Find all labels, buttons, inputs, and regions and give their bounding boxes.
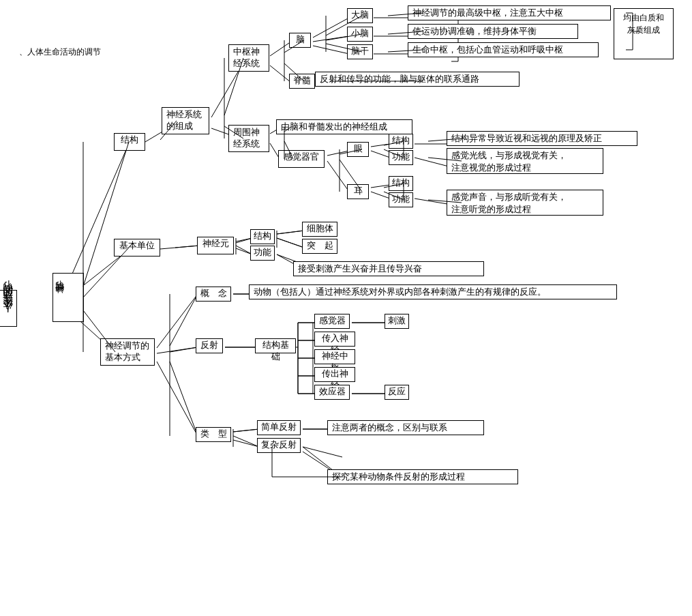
baizhihuizhi-box: 均由白质和灰质组成 — [614, 8, 674, 59]
breadcrumb: 、人体生命活动的调节 — [19, 46, 101, 58]
svg-line-93 — [277, 238, 304, 248]
svg-line-112 — [233, 429, 259, 432]
node-shenjingyuan-gongneng: 功能 — [250, 246, 275, 261]
svg-line-47 — [415, 158, 451, 167]
node-shenjingxitong: 神经系统的组成 — [162, 107, 209, 134]
svg-line-18 — [371, 185, 390, 188]
node-fanying: 反应 — [385, 385, 409, 400]
svg-line-15 — [327, 161, 349, 192]
desc-er-gongneng: 感觉声音，与形成听觉有关，注意听觉的形成过程 — [447, 190, 603, 216]
desc-daqiao: 神经调节的最高级中枢，注意五大中枢 — [408, 5, 611, 20]
page-container: 人体生命活动的调节 、人体生命活动的调节 — [0, 0, 692, 616]
desc-jisui: 反射和传导的功能，脑与躯体的联系通路 — [315, 72, 520, 87]
svg-line-17 — [371, 151, 390, 158]
desc-yan-jiegou: 结构异常导致近视和远视的原理及矫正 — [447, 131, 637, 146]
node-xiaoyingqi: 效应器 — [314, 385, 350, 400]
lines-svg — [15, 0, 692, 616]
node-chuanrushenjing: 传入神经 — [314, 332, 355, 347]
node-daqiao: 大脑 — [347, 8, 373, 23]
svg-line-96 — [170, 294, 198, 346]
node-naogan: 脑干 — [347, 44, 373, 59]
node-jisui: 脊髓 — [289, 74, 315, 89]
node-younaojisui: 由脑和脊髓发出的神经组成 — [276, 119, 412, 134]
svg-line-23 — [277, 231, 304, 234]
svg-line-0 — [68, 142, 130, 283]
node-shenjingyuan-jiegou: 结构 — [250, 229, 275, 244]
svg-line-48 — [415, 199, 451, 205]
vertical-title-area: 人体生命活动的调节 — [0, 0, 15, 616]
svg-line-97 — [170, 347, 198, 352]
desc-jiandan-fuza: 注意两者的概念，区别与联系 — [327, 420, 484, 435]
node-jibenfangshi: 神经调节的基本方式 — [100, 338, 155, 366]
node-jiegou-jichi: 结构基础 — [255, 338, 296, 353]
node-jiandan-fanshe: 简单反射 — [257, 420, 301, 435]
svg-line-7 — [270, 65, 291, 83]
extra-lines — [15, 0, 692, 616]
svg-line-52 — [303, 447, 342, 457]
node-zhouwuishenjing: 周围神经系统 — [228, 125, 269, 152]
desc-tanjiu: 探究某种动物条件反射的形成过程 — [327, 469, 518, 484]
svg-line-8 — [313, 18, 349, 38]
node-er: 耳 — [347, 184, 369, 199]
desc-shenjingyuan-gongneng: 接受刺激产生兴奋并且传导兴奋 — [293, 261, 484, 276]
vertical-title: 人体生命活动的调节 — [0, 290, 17, 327]
node-ganjueqi: 感觉器 — [314, 314, 350, 329]
node-yan-gongneng: 功能 — [389, 150, 413, 165]
node-xibaoти: 细胞体 — [302, 222, 337, 237]
svg-line-16 — [371, 144, 390, 147]
desc-naogan: 生命中枢，包括心血管运动和呼吸中枢 — [408, 42, 599, 57]
svg-line-20 — [160, 246, 199, 249]
svg-line-117 — [83, 142, 129, 287]
svg-line-38 — [233, 436, 259, 447]
svg-line-9 — [313, 36, 349, 42]
svg-line-27 — [157, 362, 198, 436]
node-er-jiegou: 结构 — [389, 176, 413, 191]
svg-line-113 — [233, 440, 259, 447]
svg-line-92 — [277, 231, 304, 234]
node-chuanchu: 传出神经 — [314, 367, 355, 382]
svg-line-37 — [233, 429, 259, 432]
node-jiegou: 结构 — [114, 133, 145, 151]
node-leixing: 类 型 — [196, 427, 231, 442]
node-xiaonao: 小脑 — [347, 27, 373, 42]
svg-line-6 — [270, 42, 291, 56]
desc-gainian: 动物（包括人）通过神经系统对外界或内部各种刺激产生的有规律的反应。 — [249, 284, 617, 299]
svg-line-24 — [277, 238, 304, 248]
svg-line-25 — [157, 294, 198, 348]
desc-xiaonao: 使运动协调准确，维持身体平衡 — [408, 24, 578, 39]
svg-line-19 — [371, 192, 390, 199]
node-zhongshushenjing: 中枢神经系统 — [228, 44, 269, 72]
node-er-gongneng: 功能 — [389, 192, 413, 207]
node-yan-jiegou: 结构 — [389, 134, 413, 149]
desc-yan-gongneng: 感觉光线，与形成视觉有关，注意视觉的形成过程 — [447, 148, 603, 174]
svg-line-88 — [175, 246, 199, 248]
svg-line-10 — [313, 46, 349, 54]
node-nao: 脑 — [289, 33, 311, 48]
node-ciji: 刺激 — [385, 314, 409, 329]
svg-line-98 — [170, 362, 198, 436]
node-jibendanwei: 基本单位 — [114, 239, 160, 256]
node-fanshe: 反射 — [196, 338, 223, 353]
node-gainian: 概 念 — [196, 287, 231, 302]
node-ganganjuejiguan: 感觉器官 — [278, 150, 325, 168]
node-yan: 眼 — [347, 142, 369, 157]
node-tuqi: 突 起 — [302, 239, 337, 254]
extra-lines2 — [15, 0, 692, 616]
svg-line-14 — [327, 151, 349, 156]
node-fuza-fanshe: 复杂反射 — [257, 438, 301, 453]
node-root: 神经调节 — [52, 273, 84, 322]
node-shenjingzhongshu: 神经中枢 — [314, 349, 355, 364]
node-shenjingyuan: 神经元 — [197, 237, 234, 254]
svg-line-26 — [157, 347, 198, 353]
